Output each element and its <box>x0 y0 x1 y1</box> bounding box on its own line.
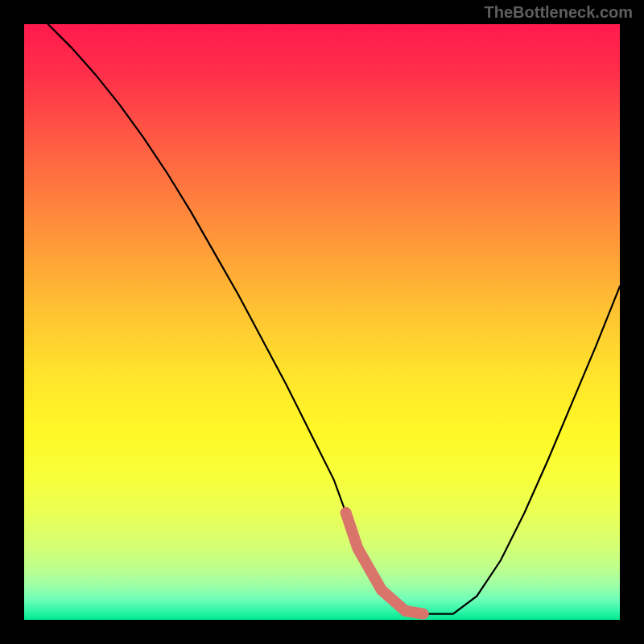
highlight-segment <box>346 513 423 614</box>
bottleneck-curve-line <box>48 24 620 614</box>
chart-svg <box>24 24 620 620</box>
plot-area <box>24 24 620 620</box>
watermark-text: TheBottleneck.com <box>485 3 633 22</box>
